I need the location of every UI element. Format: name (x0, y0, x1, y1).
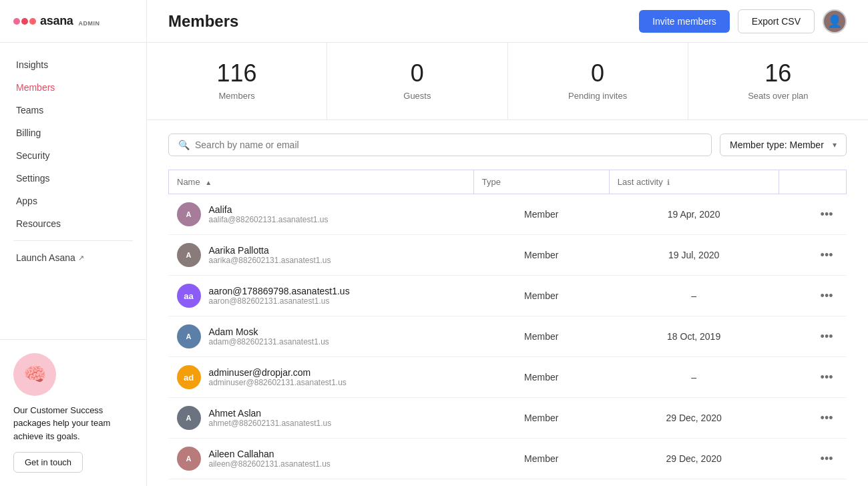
member-display-name: Ahmet Aslan (209, 408, 332, 419)
member-avatar: A (177, 406, 201, 430)
stat-guests-label: Guests (403, 91, 431, 101)
stat-members-number: 116 (217, 61, 257, 85)
members-table-wrap: Name ▲ Type Last activity ℹ A Aalifa (147, 170, 868, 486)
member-info: Aileen Callahan aileen@882602131.asanate… (209, 449, 331, 469)
page-title: Members (168, 12, 238, 31)
member-avatar: A (177, 324, 201, 348)
sidebar-item-insights[interactable]: Insights (0, 53, 146, 76)
member-avatar: A (177, 202, 201, 226)
member-name-cell: A Aarika Pallotta aarika@882602131.asana… (169, 235, 474, 276)
member-name-cell: A Aileen Callahan aileen@882602131.asana… (169, 439, 474, 479)
member-name-cell: A Adam Mosk adam@882602131.asanatest1.us (169, 316, 474, 357)
member-activity-cell: 29 Dec, 2020 (609, 439, 779, 479)
asana-wordmark: asana (40, 14, 73, 28)
stat-members-label: Members (219, 91, 255, 101)
member-type-filter[interactable]: Member type: Member ▾ (720, 134, 847, 156)
member-actions-cell[interactable]: ••• (779, 276, 847, 316)
member-email: ahmet@882602131.asanatest1.us (209, 419, 332, 428)
col-header-last-activity[interactable]: Last activity ℹ (609, 170, 779, 194)
page-header: Members Invite members Export CSV 👤 (147, 0, 868, 43)
stats-bar: 116 Members 0 Guests 0 Pending invites 1… (147, 43, 868, 120)
sidebar-item-resources[interactable]: Resources (0, 212, 146, 235)
member-info: Aarika Pallotta aarika@882602131.asanate… (209, 245, 331, 265)
member-type-cell: Member (473, 439, 609, 479)
member-actions-cell[interactable]: ••• (779, 439, 847, 479)
member-info: Ahmet Aslan ahmet@882602131.asanatest1.u… (209, 408, 332, 428)
table-row: ad adminuser@dropjar.com adminuser@88260… (169, 357, 847, 398)
more-options-button[interactable]: ••• (815, 409, 839, 428)
member-display-name: Aarika Pallotta (209, 245, 331, 256)
member-name-cell: A Ahmet Aslan ahmet@882602131.asanatest1… (169, 398, 474, 439)
member-type-cell: Member (473, 194, 609, 235)
member-type-cell: Member (473, 398, 609, 439)
chevron-down-icon: ▾ (833, 140, 837, 150)
member-activity-cell: 19 Jul, 2020 (609, 235, 779, 276)
member-avatar: ad (177, 365, 201, 389)
member-activity-cell: 20 Feb, 2019 (609, 479, 779, 487)
sidebar-item-apps[interactable]: Apps (0, 190, 146, 212)
more-options-button[interactable]: ••• (815, 449, 839, 469)
stat-pending-number: 0 (591, 61, 604, 85)
table-row: A Aarika Pallotta aarika@882602131.asana… (169, 235, 847, 276)
dot-pink (13, 18, 20, 25)
sidebar-item-launch-asana[interactable]: Launch Asana ↗ (0, 246, 146, 269)
member-display-name: Aalifa (209, 204, 329, 215)
member-info: aaron@178869798.asanatest1.us aaron@8826… (209, 286, 350, 306)
sidebar-item-billing[interactable]: Billing (0, 121, 146, 144)
stat-seats-number: 16 (765, 61, 791, 85)
member-actions-cell[interactable]: ••• (779, 316, 847, 357)
member-email: adminuser@882602131.asanatest1.us (209, 378, 347, 387)
sidebar: asana ADMIN Insights Members Teams Billi… (0, 0, 147, 486)
member-activity-cell: 29 Dec, 2020 (609, 398, 779, 439)
more-options-button[interactable]: ••• (815, 205, 839, 224)
sidebar-nav: Insights Members Teams Billing Security … (0, 43, 146, 339)
sidebar-item-security[interactable]: Security (0, 144, 146, 167)
member-info: adminuser@dropjar.com adminuser@88260213… (209, 367, 347, 387)
member-email: aarika@882602131.asanatest1.us (209, 256, 331, 265)
sidebar-item-teams[interactable]: Teams (0, 99, 146, 121)
launch-asana-label: Launch Asana (16, 252, 75, 263)
member-actions-cell[interactable]: ••• (779, 479, 847, 487)
get-in-touch-button[interactable]: Get in touch (13, 452, 83, 473)
member-name-cell: A Aalifa aalifa@882602131.asanatest1.us (169, 194, 474, 235)
more-options-button[interactable]: ••• (815, 327, 839, 346)
table-row: A Aisling Grogan aisling@882602131.asana… (169, 479, 847, 487)
member-actions-cell[interactable]: ••• (779, 357, 847, 398)
table-row: A Adam Mosk adam@882602131.asanatest1.us… (169, 316, 847, 357)
member-email: aileen@882602131.asanatest1.us (209, 459, 331, 469)
member-actions-cell[interactable]: ••• (779, 235, 847, 276)
member-type-cell: Member (473, 316, 609, 357)
member-activity-cell: – (609, 357, 779, 398)
more-options-button[interactable]: ••• (815, 246, 839, 265)
col-header-name[interactable]: Name ▲ (169, 170, 474, 194)
member-type-cell: Member (473, 357, 609, 398)
member-display-name: Aileen Callahan (209, 449, 331, 459)
member-actions-cell[interactable]: ••• (779, 194, 847, 235)
nav-divider (13, 240, 133, 241)
dot-orange (29, 18, 36, 25)
more-options-button[interactable]: ••• (815, 286, 839, 306)
col-header-type[interactable]: Type (473, 170, 609, 194)
sidebar-item-members[interactable]: Members (0, 76, 146, 99)
member-actions-cell[interactable]: ••• (779, 398, 847, 439)
search-icon: 🔍 (178, 140, 190, 150)
member-display-name: adminuser@dropjar.com (209, 367, 347, 378)
asana-dots (13, 18, 36, 25)
stat-seats-label: Seats over plan (748, 91, 808, 101)
search-input-wrap[interactable]: 🔍 (168, 134, 712, 156)
export-csv-button[interactable]: Export CSV (738, 9, 815, 33)
search-input[interactable] (195, 140, 702, 150)
filters-row: 🔍 Member type: Member ▾ (147, 120, 868, 170)
asana-logo: asana ADMIN (13, 14, 100, 28)
col-header-actions (779, 170, 847, 194)
member-avatar: aa (177, 284, 201, 308)
invite-members-button[interactable]: Invite members (639, 10, 730, 33)
external-link-icon: ↗ (78, 254, 84, 262)
stat-pending-label: Pending invites (568, 91, 627, 101)
admin-badge: ADMIN (79, 20, 100, 28)
member-name-cell: A Aisling Grogan aisling@882602131.asana… (169, 479, 474, 487)
user-avatar[interactable]: 👤 (823, 9, 847, 33)
table-row: A Aalifa aalifa@882602131.asanatest1.us … (169, 194, 847, 235)
more-options-button[interactable]: ••• (815, 368, 839, 387)
sidebar-item-settings[interactable]: Settings (0, 167, 146, 190)
